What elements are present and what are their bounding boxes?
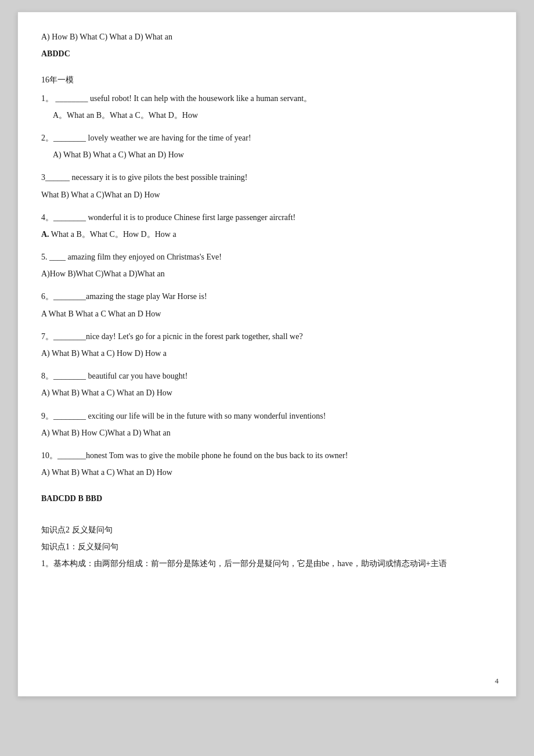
header-answer: ABDDC <box>41 46 493 61</box>
header-options-line: A) How B) What C) What a D) What an <box>41 30 493 44</box>
q2-text: 2。________ lovely weather we are having … <box>41 131 493 145</box>
q7-text: 7。________nice day! Let's go for a picni… <box>41 329 493 344</box>
section-kd1-label: 知识点1：反义疑问句 <box>41 539 493 554</box>
q4-text: 4。________ wonderful it is to produce Ch… <box>41 210 493 225</box>
q6-options: A What B What a C What an D How <box>41 307 493 321</box>
q3-text: 3______ necessary it is to give pilots t… <box>41 170 493 185</box>
q6-text: 6。________amazing the stage play War Hor… <box>41 289 493 304</box>
q9-options: A) What B) How C)What a D) What an <box>41 426 493 440</box>
q10-text: 10。_______honest Tom was to give the mob… <box>41 448 493 463</box>
q4-options: A. What a B。What C。How D。How a <box>41 227 493 242</box>
q10-options: A) What B) What a C) What an D) How <box>41 465 493 480</box>
section-kd2-title: 知识点2 反义疑问句 <box>41 523 493 537</box>
q5-options: A)How B)What C)What a D)What an <box>41 267 493 281</box>
q3-options: What B) What a C)What an D) How <box>41 188 493 202</box>
q7-options: A) What B) What a C) How D) How a <box>41 346 493 361</box>
page-number: 4 <box>495 676 499 686</box>
q5-text: 5. ____ amazing film they enjoyed on Chr… <box>41 250 493 264</box>
kd1-text: 1。基本构成：由两部分组成：前一部分是陈述句，后一部分是疑问句，它是由be，ha… <box>41 556 493 571</box>
q1-text: 1。 ________ useful robot! It can help wi… <box>41 91 493 106</box>
q9-text: 9。________ exciting our life will be in … <box>41 409 493 423</box>
q2-options: A) What B) What a C) What an D) How <box>53 147 493 162</box>
q8-text: 8。________ beautiful car you have bought… <box>41 369 493 383</box>
q8-options: A) What B) What a C) What an D) How <box>41 386 493 400</box>
q4-option-a-bold: A. <box>41 230 49 239</box>
section-16-title: 16年一模 <box>41 73 493 87</box>
q1-options: A。What an B。What a C。What D。How <box>53 108 493 123</box>
page-content: A) How B) What C) What a D) What an ABDD… <box>41 30 493 571</box>
answers-16: BADCDD B BBD <box>41 491 493 506</box>
option-a-how: A) How B) What C) What a D) What an <box>41 33 172 41</box>
document-page: A) How B) What C) What a D) What an ABDD… <box>17 12 517 697</box>
